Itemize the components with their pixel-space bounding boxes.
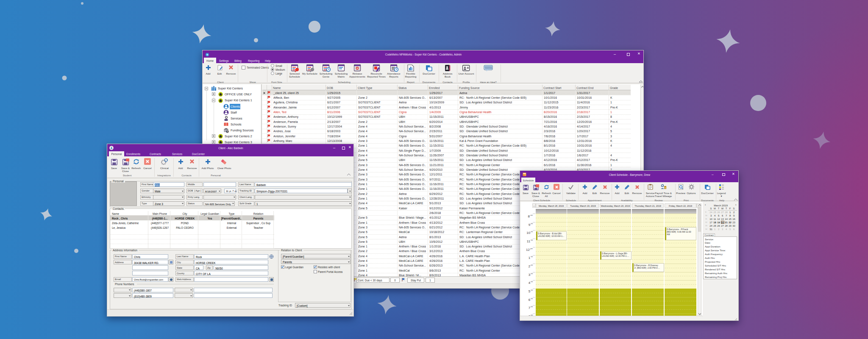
svg-text:$: $ <box>665 186 666 189</box>
